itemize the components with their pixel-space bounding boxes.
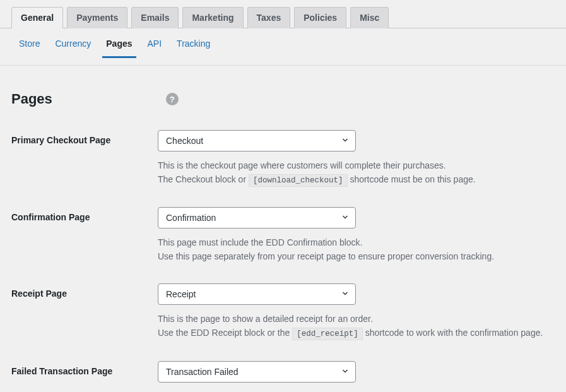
desc-receipt: This is the page to show a detailed rece… [158, 312, 555, 340]
label-confirmation: Confirmation Page [11, 207, 158, 222]
desc-primary-checkout: This is the checkout page where customer… [158, 159, 555, 187]
row-confirmation: Confirmation Page Confirmation This page… [11, 197, 555, 273]
select-failed[interactable]: Transaction Failed [158, 361, 356, 383]
subtab-tracking[interactable]: Tracking [177, 39, 210, 57]
label-primary-checkout: Primary Checkout Page [11, 130, 158, 145]
row-failed: Failed Transaction Page Transaction Fail… [11, 351, 555, 393]
row-primary-checkout: Primary Checkout Page Checkout This is t… [11, 120, 555, 197]
page-title: Pages [11, 91, 52, 107]
shortcode-download-checkout: [download_checkout] [249, 174, 348, 187]
desc-confirmation: This page must include the EDD Confirmat… [158, 236, 555, 263]
subtab-api[interactable]: API [148, 39, 162, 57]
select-failed-value: Transaction Failed [158, 361, 356, 383]
control-failed: Transaction Failed [158, 361, 555, 383]
subtab-currency[interactable]: Currency [55, 39, 91, 57]
select-primary-checkout-value: Checkout [158, 130, 356, 151]
tab-emails[interactable]: Emails [131, 7, 179, 28]
label-failed: Failed Transaction Page [11, 361, 158, 376]
sub-tabs: Store Currency Pages API Tracking [0, 28, 566, 66]
control-confirmation: Confirmation This page must include the … [158, 207, 555, 263]
tab-general[interactable]: General [11, 7, 63, 28]
shortcode-edd-receipt: [edd_receipt] [292, 328, 363, 340]
subtab-store[interactable]: Store [19, 39, 40, 57]
control-primary-checkout: Checkout This is the checkout page where… [158, 130, 555, 187]
help-icon[interactable]: ? [166, 93, 179, 105]
subtab-pages[interactable]: Pages [106, 39, 132, 57]
select-confirmation-value: Confirmation [158, 207, 356, 229]
tab-marketing[interactable]: Marketing [182, 7, 243, 28]
select-receipt-value: Receipt [158, 283, 356, 305]
tab-policies[interactable]: Policies [294, 7, 346, 28]
label-receipt: Receipt Page [11, 283, 158, 299]
form-table: Primary Checkout Page Checkout This is t… [0, 120, 566, 392]
row-receipt: Receipt Page Receipt This is the page to… [11, 273, 555, 350]
tab-taxes[interactable]: Taxes [247, 7, 291, 28]
select-receipt[interactable]: Receipt [158, 283, 356, 305]
tab-misc[interactable]: Misc [350, 7, 389, 28]
tab-payments[interactable]: Payments [67, 7, 127, 28]
select-primary-checkout[interactable]: Checkout [158, 130, 356, 151]
select-confirmation[interactable]: Confirmation [158, 207, 356, 229]
top-tabs: General Payments Emails Marketing Taxes … [0, 0, 566, 28]
control-receipt: Receipt This is the page to show a detai… [158, 283, 555, 340]
page-header: Pages ? [0, 66, 566, 120]
